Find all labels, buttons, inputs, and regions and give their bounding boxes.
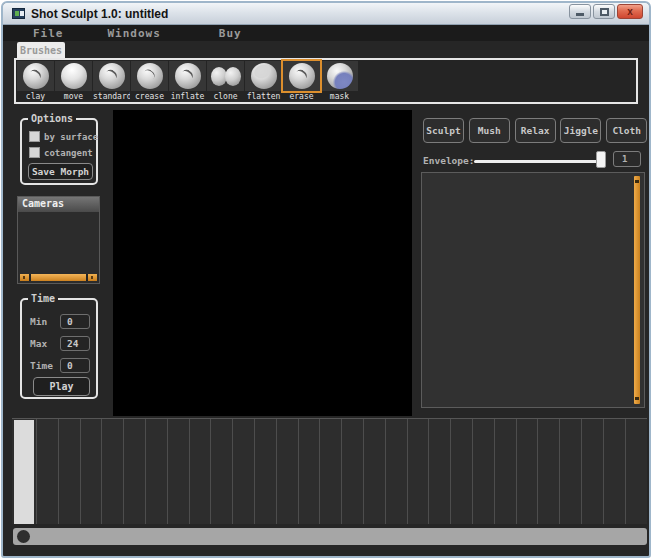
brush-sphere-icon [61, 63, 87, 89]
envelope-slider-handle[interactable] [596, 151, 606, 168]
timeline-gridline [232, 419, 233, 524]
timeline-horizontal-scrollbar[interactable] [13, 528, 647, 545]
envelope-slider-track[interactable] [474, 160, 602, 163]
brush-label-clay: clay [17, 92, 54, 101]
brush-label-standard: standard [93, 92, 130, 101]
timeline-gridline [472, 419, 473, 524]
mode-button-sculpt[interactable]: Sculpt [423, 118, 464, 143]
brush-cell-standard[interactable] [93, 61, 130, 91]
brush-sphere-icon [175, 63, 201, 89]
min-label: Min [30, 316, 60, 327]
brush-cell-flatten[interactable] [245, 61, 282, 91]
checkbox-cotangent[interactable]: cotangent [29, 147, 93, 158]
checkbox-by-surface[interactable]: by surface [29, 131, 98, 142]
timeline-gridline [363, 419, 364, 524]
checkbox-icon[interactable] [29, 131, 40, 142]
cameras-header: Cameras [18, 197, 99, 212]
time-title: Time [28, 293, 58, 304]
timeline-gridline [319, 419, 320, 524]
scrollbar-thumb[interactable] [31, 274, 86, 281]
save-morph-button[interactable]: Save Morph [28, 163, 93, 180]
time-row-max: Max 24 [30, 336, 90, 351]
time-groupbox: Time Min 0 Max 24 Time 0 Play [20, 298, 98, 399]
minimize-icon [576, 13, 584, 16]
brush-sphere-icon [99, 63, 125, 89]
timeline-gridline [145, 419, 146, 524]
tab-brushes[interactable]: Brushes [17, 42, 65, 58]
brush-cell-move[interactable] [55, 61, 92, 91]
timeline-gridline [276, 419, 277, 524]
timeline-gridline [341, 419, 342, 524]
mode-button-mush[interactable]: Mush [469, 118, 510, 143]
brush-cell-clay[interactable] [17, 61, 54, 91]
maximize-button[interactable] [593, 4, 615, 19]
close-icon: x [627, 7, 633, 17]
brush-cell-crease[interactable] [131, 61, 168, 91]
timeline-gridline [80, 419, 81, 524]
mode-button-cloth[interactable]: Cloth [606, 118, 647, 143]
brush-cells [17, 61, 358, 91]
time-field[interactable]: 0 [60, 358, 90, 373]
max-label: Max [30, 338, 60, 349]
menu-item-file[interactable]: File [33, 27, 64, 40]
scrollbar-right-cap[interactable] [88, 274, 97, 281]
scrollbar-knob[interactable] [17, 530, 30, 543]
brush-cell-inflate[interactable] [169, 61, 206, 91]
timeline[interactable] [12, 418, 647, 524]
close-button[interactable]: x [617, 4, 643, 19]
brush-sphere-icon [23, 63, 49, 89]
envelope-value-field[interactable]: 1 [613, 151, 641, 167]
menu-item-windows[interactable]: Windows [108, 27, 161, 40]
envelope-label: Envelope: [423, 155, 474, 166]
timeline-gridline [36, 419, 37, 524]
checkbox-label: by surface [44, 132, 98, 142]
timeline-gridline [559, 419, 560, 524]
sculpt-viewport[interactable] [113, 110, 412, 416]
brush-cell-mask[interactable] [321, 61, 358, 91]
brush-label-move: move [55, 92, 92, 101]
mode-button-jiggle[interactable]: Jiggle [560, 118, 601, 143]
brush-label-erase: erase [283, 92, 320, 101]
timeline-playhead[interactable] [14, 420, 34, 524]
app-icon [12, 8, 25, 19]
brush-label-flatten: flatten [245, 92, 282, 101]
timeline-gridline [450, 419, 451, 524]
cameras-horizontal-scrollbar[interactable] [20, 274, 97, 281]
menu-item-buy[interactable]: Buy [219, 27, 242, 40]
checkbox-icon[interactable] [29, 147, 40, 158]
timeline-gridline [58, 419, 59, 524]
timeline-gridline [167, 419, 168, 524]
brush-cell-clone[interactable] [207, 61, 244, 91]
time-row-min: Min 0 [30, 314, 90, 329]
play-button[interactable]: Play [33, 377, 90, 396]
max-field[interactable]: 24 [60, 336, 90, 351]
options-title: Options [28, 113, 76, 124]
brush-cell-erase[interactable] [283, 61, 320, 91]
timeline-gridline [254, 419, 255, 524]
screen: Shot Sculpt 1.0: untitled x FileWindowsB… [0, 0, 652, 560]
layers-list-panel[interactable] [421, 172, 645, 408]
app-window: Shot Sculpt 1.0: untitled x FileWindowsB… [1, 1, 651, 558]
timeline-gridline [210, 419, 211, 524]
timeline-gridline [407, 419, 408, 524]
time-label: Time [30, 360, 60, 371]
brush-label-crease: crease [131, 92, 168, 101]
timeline-gridline [298, 419, 299, 524]
timeline-gridline [625, 419, 626, 524]
brush-sphere-icon [213, 63, 239, 89]
brush-label-clone: clone [207, 92, 244, 101]
brush-sphere-icon [327, 63, 353, 89]
minimize-button[interactable] [569, 4, 591, 19]
window-controls: x [569, 4, 643, 19]
mode-button-relax[interactable]: Relax [515, 118, 556, 143]
timeline-gridline [385, 419, 386, 524]
title-bar[interactable]: Shot Sculpt 1.0: untitled x [3, 3, 649, 25]
cameras-panel[interactable]: Cameras [17, 196, 100, 284]
brush-sphere-icon [289, 63, 315, 89]
timeline-gridline [603, 419, 604, 524]
scrollbar-left-cap[interactable] [20, 274, 29, 281]
list-vertical-scrollbar[interactable] [634, 176, 640, 404]
min-field[interactable]: 0 [60, 314, 90, 329]
time-row-time: Time 0 [30, 358, 90, 373]
timeline-gridline [101, 419, 102, 524]
